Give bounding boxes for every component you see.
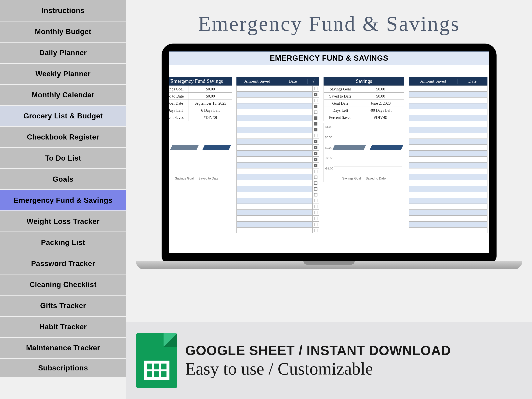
cell-date[interactable] <box>458 168 488 174</box>
cell-amount[interactable] <box>236 198 284 204</box>
sidebar-item-daily-planner[interactable]: Daily Planner <box>0 42 126 63</box>
cell-date[interactable] <box>458 198 488 204</box>
cell-amount[interactable] <box>409 133 458 139</box>
cell-amount[interactable] <box>236 151 284 156</box>
cell-date[interactable] <box>458 210 488 215</box>
cell-amount[interactable] <box>236 215 284 222</box>
cell-date[interactable] <box>458 103 488 109</box>
kv-val[interactable]: #DIV/0! <box>357 114 404 121</box>
cell-check[interactable] <box>312 180 319 186</box>
checkbox-icon[interactable] <box>314 152 317 155</box>
kv-val[interactable]: June 2, 2023 <box>357 100 404 107</box>
cell-check[interactable] <box>312 174 319 180</box>
cell-date[interactable] <box>458 97 488 103</box>
cell-check[interactable] <box>312 109 319 115</box>
checkbox-icon[interactable] <box>314 87 317 90</box>
checkbox-icon[interactable] <box>314 217 317 220</box>
cell-date[interactable] <box>458 109 488 115</box>
cell-amount[interactable] <box>236 139 284 145</box>
cell-date[interactable] <box>284 222 312 227</box>
cell-check[interactable] <box>312 121 319 127</box>
sidebar-item-weekly-planner[interactable]: Weekly Planner <box>0 63 126 84</box>
cell-amount[interactable] <box>409 162 458 168</box>
cell-date[interactable] <box>458 174 488 180</box>
cell-amount[interactable] <box>236 180 284 186</box>
cell-date[interactable] <box>458 121 488 127</box>
cell-amount[interactable] <box>236 186 284 192</box>
sidebar-item-instructions[interactable]: Instructions <box>0 0 126 21</box>
cell-date[interactable] <box>458 145 488 151</box>
cell-date[interactable] <box>458 86 488 91</box>
kv-val[interactable]: -99 Days Left <box>357 107 404 114</box>
sidebar-item-maintenance-tracker[interactable]: Maintenance Tracker <box>0 337 126 358</box>
kv-val[interactable]: $0.00 <box>357 86 404 93</box>
cell-date[interactable] <box>284 192 312 198</box>
cell-check[interactable] <box>312 204 319 210</box>
checkbox-icon[interactable] <box>314 199 317 202</box>
cell-date[interactable] <box>458 192 488 198</box>
sidebar-item-grocery-list[interactable]: Grocery List & Budget <box>0 105 126 127</box>
cell-date[interactable] <box>284 109 312 115</box>
cell-amount[interactable] <box>236 97 284 103</box>
cell-amount[interactable] <box>236 86 284 91</box>
kv-val[interactable]: 6 Days Left <box>189 107 232 114</box>
cell-date[interactable] <box>458 139 488 145</box>
cell-amount[interactable] <box>409 198 458 204</box>
cell-amount[interactable] <box>409 139 458 145</box>
cell-check[interactable] <box>312 86 319 91</box>
cell-check[interactable] <box>312 127 319 133</box>
cell-check[interactable] <box>312 133 319 139</box>
checkbox-icon[interactable] <box>314 205 317 208</box>
cell-date[interactable] <box>284 133 312 139</box>
cell-amount[interactable] <box>236 115 284 121</box>
checkbox-icon[interactable] <box>314 134 317 137</box>
cell-date[interactable] <box>458 222 488 227</box>
checkbox-icon[interactable] <box>314 193 317 196</box>
cell-check[interactable] <box>312 215 319 222</box>
cell-amount[interactable] <box>409 180 458 186</box>
checkbox-icon[interactable] <box>314 140 317 143</box>
kv-val[interactable]: $0.00 <box>357 93 404 100</box>
cell-date[interactable] <box>458 156 488 162</box>
cell-amount[interactable] <box>236 168 284 174</box>
sidebar-item-password-tracker[interactable]: Password Tracker <box>0 253 126 274</box>
cell-amount[interactable] <box>409 115 458 121</box>
sidebar-item-packing-list[interactable]: Packing List <box>0 232 126 253</box>
cell-amount[interactable] <box>409 227 458 233</box>
checkbox-icon[interactable] <box>314 187 317 190</box>
cell-date[interactable] <box>458 127 488 133</box>
checkbox-icon[interactable] <box>314 164 317 167</box>
sidebar-item-cleaning-checklist[interactable]: Cleaning Checklist <box>0 274 126 295</box>
cell-check[interactable] <box>312 227 319 233</box>
cell-amount[interactable] <box>409 127 458 133</box>
cell-date[interactable] <box>284 145 312 151</box>
cell-amount[interactable] <box>409 151 458 156</box>
cell-check[interactable] <box>312 162 319 168</box>
sidebar-item-habit-tracker[interactable]: Habit Tracker <box>0 316 126 337</box>
cell-date[interactable] <box>458 204 488 210</box>
cell-amount[interactable] <box>409 210 458 215</box>
cell-check[interactable] <box>312 156 319 162</box>
cell-date[interactable] <box>284 215 312 222</box>
cell-check[interactable] <box>312 151 319 156</box>
sidebar-item-monthly-budget[interactable]: Monthly Budget <box>0 21 126 42</box>
cell-amount[interactable] <box>409 109 458 115</box>
cell-amount[interactable] <box>236 109 284 115</box>
cell-date[interactable] <box>284 168 312 174</box>
cell-amount[interactable] <box>409 204 458 210</box>
cell-check[interactable] <box>312 198 319 204</box>
cell-date[interactable] <box>284 204 312 210</box>
cell-amount[interactable] <box>409 121 458 127</box>
cell-date[interactable] <box>284 115 312 121</box>
cell-date[interactable] <box>284 151 312 156</box>
cell-date[interactable] <box>284 174 312 180</box>
sidebar-item-to-do-list[interactable]: To Do List <box>0 148 126 169</box>
sidebar-item-weight-loss[interactable]: Weight Loss Tracker <box>0 211 126 232</box>
cell-date[interactable] <box>458 162 488 168</box>
cell-amount[interactable] <box>236 227 284 233</box>
sidebar-item-checkbook-register[interactable]: Checkbook Register <box>0 127 126 148</box>
cell-date[interactable] <box>284 156 312 162</box>
cell-amount[interactable] <box>236 222 284 227</box>
cell-amount[interactable] <box>409 222 458 227</box>
cell-check[interactable] <box>312 91 319 97</box>
